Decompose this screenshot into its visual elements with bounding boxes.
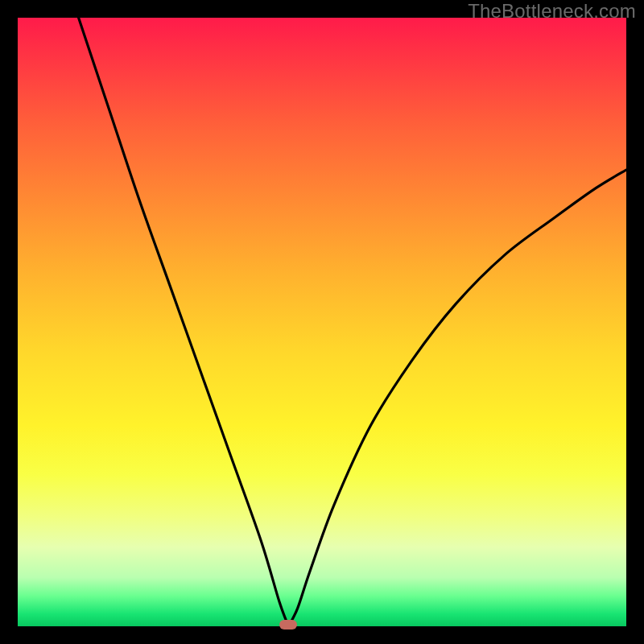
- chart-plot-area: [18, 18, 626, 626]
- watermark-text: TheBottleneck.com: [468, 0, 636, 23]
- bottleneck-curve: [18, 18, 626, 626]
- optimal-point-marker: [279, 620, 297, 630]
